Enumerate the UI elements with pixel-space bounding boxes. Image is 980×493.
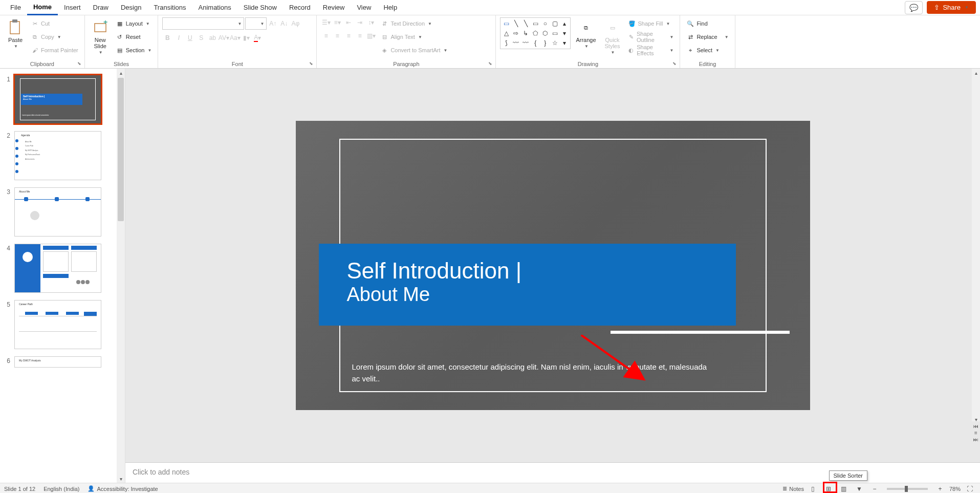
slide-thumb-2[interactable]: Agenda About MeCareer PathMy SWOT Analys… (14, 131, 101, 180)
menu-home[interactable]: Home (27, 0, 58, 15)
shape-rrect-icon[interactable]: ▢ (550, 19, 559, 28)
slide-title-box[interactable]: Self Introduction | About Me (319, 244, 736, 326)
shape-rbrace-icon[interactable]: } (540, 38, 550, 48)
scroll-down-icon[interactable]: ▾ (972, 415, 980, 423)
menu-file[interactable]: File (4, 1, 27, 14)
zoom-in-button[interactable]: + (934, 484, 946, 494)
shape-down-icon[interactable]: ▾ (560, 38, 569, 48)
slide-thumb-5[interactable]: Career Path (14, 300, 101, 349)
scroll-up-icon[interactable]: ▴ (972, 69, 980, 77)
slideshow-view-button[interactable]: ▼ (853, 484, 865, 494)
underline-button[interactable]: U (185, 33, 195, 43)
shape-ribbon-icon[interactable]: ▭ (550, 29, 559, 38)
menu-animations[interactable]: Animations (192, 1, 237, 14)
text-direction-button[interactable]: ⇵ Text Direction ▼ (378, 17, 449, 30)
bold-button[interactable]: B (162, 33, 172, 43)
slide-sorter-button[interactable]: ⊞ (822, 484, 835, 494)
next-slide-icon[interactable]: ⏭ (973, 437, 978, 442)
dec-indent-button[interactable]: ⇤ (343, 17, 354, 28)
accessibility-status[interactable]: 👤 Accessibility: Investigate (88, 485, 158, 492)
quick-styles-button[interactable]: ▭ Quick Styles ▼ (601, 17, 624, 57)
change-case-button[interactable]: Aa▾ (230, 33, 240, 43)
replace-button[interactable]: ⇄ Replace ▼ (684, 31, 730, 43)
font-size-input[interactable]: ▼ (245, 17, 267, 30)
shape-outline-button[interactable]: ✎ Shape Outline ▼ (626, 31, 676, 43)
font-color-button[interactable]: A▾ (252, 33, 263, 43)
share-button[interactable]: ⇧ Share ▼ (927, 1, 976, 14)
menu-review[interactable]: Review (317, 1, 351, 14)
section-button[interactable]: ▤ Section ▼ (114, 44, 154, 56)
layout-button[interactable]: ▦ Layout ▼ (114, 17, 154, 30)
clipboard-launcher[interactable]: ⬊ (77, 61, 83, 67)
spacing-button[interactable]: AV▾ (219, 33, 229, 43)
new-slide-button[interactable]: + New Slide ▼ (89, 17, 112, 57)
paste-button[interactable]: Paste ▼ (4, 17, 27, 51)
shape-rect-icon[interactable]: ▭ (531, 19, 540, 28)
slide-counter[interactable]: Slide 1 of 12 (4, 486, 35, 492)
thumb-scrollbar[interactable]: ▴ ▾ (117, 69, 125, 483)
columns-button[interactable]: ▥▾ (366, 31, 376, 41)
slide-thumb-4[interactable] (14, 244, 101, 293)
shapes-gallery[interactable]: ▭ ╲ ╲ ▭ ○ ▢ ▴ △ ⇨ ↳ ⬠ ⬡ ▭ ▾ ⟆ 〰 〰 { } ☆ (500, 17, 571, 49)
scroll-thumb[interactable] (118, 78, 124, 221)
shape-up-icon[interactable]: ▴ (560, 19, 569, 28)
line-spacing-button[interactable]: ↕▾ (366, 17, 376, 28)
shape-line2-icon[interactable]: ╲ (521, 19, 530, 28)
font-launcher[interactable]: ⬊ (309, 61, 315, 67)
align-text-button[interactable]: ⊟ Align Text ▼ (378, 31, 449, 43)
italic-button[interactable]: I (173, 33, 184, 43)
canvas-scrollbar[interactable]: ▴ ▾ ⏮ ≡ ⏭ (972, 69, 980, 462)
strike-button[interactable]: S (196, 33, 206, 43)
font-name-input[interactable]: ▼ (162, 17, 244, 30)
normal-view-button[interactable]: ▯ (807, 484, 819, 494)
zoom-level[interactable]: 78% (949, 486, 961, 492)
zoom-slider[interactable] (887, 488, 928, 490)
menu-transitions[interactable]: Transitions (147, 1, 192, 14)
shape-arrow-icon[interactable]: ⇨ (511, 29, 520, 38)
menu-record[interactable]: Record (283, 1, 317, 14)
slide-thumb-6[interactable]: My SWOT Analysis (14, 356, 101, 368)
shape-hex-icon[interactable]: ⬡ (540, 29, 550, 38)
format-painter-button[interactable]: 🖌 Format Painter (29, 44, 80, 56)
shape-textbox-icon[interactable]: ▭ (502, 19, 511, 28)
prev-slide-icon[interactable]: ⏮ (973, 423, 978, 429)
fit-to-window-button[interactable]: ⛶ (964, 484, 976, 494)
scroll-up-icon[interactable]: ▴ (117, 69, 125, 77)
shape-curve-icon[interactable]: ⟆ (502, 38, 511, 48)
menu-draw[interactable]: Draw (87, 1, 115, 14)
align-right-button[interactable]: ≡ (343, 31, 354, 41)
align-center-button[interactable]: ≡ (332, 31, 342, 41)
slide-body-text[interactable]: Lorem ipsum dolor sit amet, consectetur … (352, 361, 708, 384)
nav-icon[interactable]: ≡ (974, 430, 977, 436)
increase-font-button[interactable]: A↑ (268, 18, 278, 29)
slide-canvas[interactable]: Self Introduction | About Me Lorem ipsum… (296, 121, 810, 410)
shape-more-icon[interactable]: ▾ (560, 29, 569, 38)
align-left-button[interactable]: ≡ (321, 31, 331, 41)
decrease-font-button[interactable]: A↓ (279, 18, 289, 29)
language-status[interactable]: English (India) (43, 486, 79, 492)
shape-star-icon[interactable]: ☆ (550, 38, 559, 48)
arrange-button[interactable]: ⧉ Arrange ▼ (573, 17, 599, 51)
shape-fill-button[interactable]: 🪣 Shape Fill ▼ (626, 17, 676, 30)
shape-line-icon[interactable]: ╲ (511, 19, 520, 28)
reading-view-button[interactable]: ▥ (838, 484, 850, 494)
shape-wave2-icon[interactable]: 〰 (521, 38, 530, 48)
numbering-button[interactable]: ≡▾ (332, 17, 342, 28)
shape-wave-icon[interactable]: 〰 (511, 38, 520, 48)
shape-oval-icon[interactable]: ○ (540, 19, 550, 28)
shape-tri-icon[interactable]: △ (502, 29, 511, 38)
paragraph-launcher[interactable]: ⬊ (488, 61, 494, 67)
zoom-slider-thumb[interactable] (905, 486, 908, 492)
shape-lbrace-icon[interactable]: { (531, 38, 540, 48)
justify-button[interactable]: ≡ (355, 31, 365, 41)
select-button[interactable]: ⌖ Select ▼ (684, 44, 730, 56)
shape-conn-icon[interactable]: ↳ (521, 29, 530, 38)
shape-pent-icon[interactable]: ⬠ (531, 29, 540, 38)
find-button[interactable]: 🔍 Find (684, 17, 730, 30)
slide-thumb-1[interactable]: Self Introduction | About Me Lorem ipsum… (14, 75, 101, 124)
menu-design[interactable]: Design (115, 1, 147, 14)
menu-insert[interactable]: Insert (58, 1, 87, 14)
drawing-launcher[interactable]: ⬊ (672, 61, 679, 67)
menu-slideshow[interactable]: Slide Show (237, 1, 283, 14)
highlight-button[interactable]: ▮▾ (241, 33, 251, 43)
